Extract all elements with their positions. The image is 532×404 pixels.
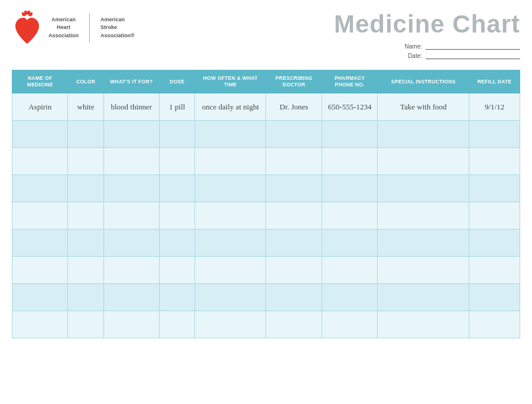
table-cell[interactable] (469, 202, 520, 230)
table-cell[interactable] (378, 121, 469, 148)
name-field: Name: (405, 43, 520, 50)
table-cell[interactable] (103, 230, 159, 257)
table-cell[interactable] (378, 202, 469, 230)
table-cell[interactable] (160, 230, 195, 257)
table-cell[interactable] (322, 148, 377, 175)
col-prescribing-doctor: Prescribing Doctor (266, 70, 322, 93)
table-cell[interactable] (12, 175, 68, 202)
table-cell[interactable] (322, 311, 377, 338)
table-cell[interactable] (103, 311, 159, 338)
table-cell[interactable]: Take with food (378, 93, 469, 121)
table-cell[interactable]: once daily at night (195, 93, 266, 121)
table-cell[interactable] (12, 311, 68, 338)
table-cell[interactable]: white (68, 93, 103, 121)
table-cell[interactable] (469, 230, 520, 257)
table-cell[interactable] (195, 311, 266, 338)
table-cell[interactable] (103, 148, 159, 175)
medicine-table: Name of Medicine Color What's It For? Do… (12, 70, 520, 338)
table-cell[interactable] (195, 284, 266, 311)
table-cell[interactable]: blood thinner (103, 93, 159, 121)
table-cell[interactable] (469, 121, 520, 148)
table-cell[interactable]: 1 pill (160, 93, 195, 121)
table-cell[interactable] (266, 148, 322, 175)
title-area: Medicine Chart Name: Date: (334, 9, 520, 59)
name-input-line[interactable] (426, 43, 520, 50)
table-cell[interactable] (378, 284, 469, 311)
table-cell[interactable] (160, 121, 195, 148)
table-cell[interactable] (469, 311, 520, 338)
table-cell[interactable] (195, 202, 266, 230)
table-cell[interactable] (322, 175, 377, 202)
table-cell[interactable] (103, 284, 159, 311)
table-cell[interactable] (12, 257, 68, 284)
table-cell[interactable] (68, 202, 103, 230)
table-cell[interactable] (160, 148, 195, 175)
table-cell[interactable] (160, 284, 195, 311)
table-row (12, 257, 520, 284)
table-header-row: Name of Medicine Color What's It For? Do… (12, 70, 520, 93)
table-cell[interactable] (68, 284, 103, 311)
table-cell[interactable] (266, 284, 322, 311)
table-cell[interactable] (322, 284, 377, 311)
table-cell[interactable] (322, 121, 377, 148)
table-cell[interactable] (68, 311, 103, 338)
table-cell[interactable]: 9/1/12 (469, 93, 520, 121)
table-cell[interactable] (378, 311, 469, 338)
table-cell[interactable] (160, 175, 195, 202)
table-cell[interactable]: 650-555-1234 (322, 93, 377, 121)
table-cell[interactable] (12, 148, 68, 175)
table-cell[interactable] (266, 230, 322, 257)
form-fields: Name: Date: (334, 43, 520, 59)
table-cell[interactable] (266, 257, 322, 284)
table-row (12, 121, 520, 148)
table-cell[interactable] (378, 148, 469, 175)
table-cell[interactable] (469, 175, 520, 202)
table-cell[interactable] (68, 230, 103, 257)
table-cell[interactable] (322, 257, 377, 284)
table-cell[interactable] (103, 202, 159, 230)
col-special-instructions: Special Instructions (378, 70, 469, 93)
table-cell[interactable] (68, 148, 103, 175)
table-row (12, 284, 520, 311)
table-row (12, 148, 520, 175)
date-label: Date: (408, 53, 422, 59)
table-cell[interactable] (68, 257, 103, 284)
table-cell[interactable] (12, 202, 68, 230)
table-cell[interactable] (195, 175, 266, 202)
table-cell[interactable] (378, 175, 469, 202)
table-cell[interactable] (266, 202, 322, 230)
table-cell[interactable] (195, 121, 266, 148)
col-dose: Dose (160, 70, 195, 93)
table-cell[interactable]: Aspirin (12, 93, 68, 121)
table-cell[interactable] (266, 175, 322, 202)
table-cell[interactable] (103, 175, 159, 202)
table-cell[interactable] (12, 230, 68, 257)
table-cell[interactable] (160, 202, 195, 230)
date-input-line[interactable] (426, 52, 520, 59)
page-title: Medicine Chart (334, 12, 520, 37)
table-cell[interactable] (266, 311, 322, 338)
table-cell[interactable] (12, 284, 68, 311)
table-cell[interactable]: Dr. Jones (266, 93, 322, 121)
table-cell[interactable] (195, 230, 266, 257)
header: American Heart Association American Stro… (12, 9, 520, 59)
col-whats-for: What's It For? (103, 70, 159, 93)
table-cell[interactable] (195, 148, 266, 175)
table-cell[interactable] (103, 121, 159, 148)
table-cell[interactable] (322, 202, 377, 230)
table-cell[interactable] (322, 230, 377, 257)
table-cell[interactable] (266, 121, 322, 148)
table-cell[interactable] (378, 230, 469, 257)
table-cell[interactable] (68, 175, 103, 202)
table-cell[interactable] (469, 148, 520, 175)
table-cell[interactable] (469, 284, 520, 311)
table-cell[interactable] (160, 257, 195, 284)
table-cell[interactable] (103, 257, 159, 284)
table-cell[interactable] (68, 121, 103, 148)
table-cell[interactable] (378, 257, 469, 284)
table-cell[interactable] (160, 311, 195, 338)
col-name: Name of Medicine (12, 70, 68, 93)
table-cell[interactable] (12, 121, 68, 148)
table-cell[interactable] (195, 257, 266, 284)
table-cell[interactable] (469, 257, 520, 284)
